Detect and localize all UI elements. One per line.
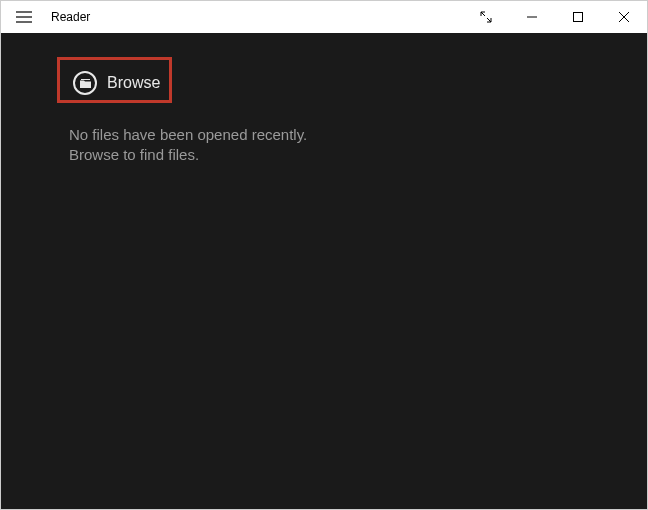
empty-state-line2: Browse to find files. [69, 145, 647, 165]
minimize-button[interactable] [509, 1, 555, 33]
hamburger-icon [16, 11, 32, 23]
window-controls [463, 1, 647, 33]
svg-rect-7 [81, 79, 90, 80]
app-title: Reader [51, 10, 90, 24]
main-content: Browse No files have been opened recentl… [1, 33, 647, 509]
maximize-icon [572, 11, 584, 23]
fullscreen-button[interactable] [463, 1, 509, 33]
empty-state-line1: No files have been opened recently. [69, 125, 647, 145]
empty-state-message: No files have been opened recently. Brow… [69, 125, 647, 166]
browse-label: Browse [107, 74, 160, 92]
close-button[interactable] [601, 1, 647, 33]
browse-button[interactable]: Browse [69, 63, 174, 103]
hamburger-menu-button[interactable] [1, 1, 47, 33]
maximize-button[interactable] [555, 1, 601, 33]
titlebar: Reader [1, 1, 647, 33]
svg-rect-4 [574, 13, 583, 22]
fullscreen-icon [480, 11, 492, 23]
folder-icon [73, 71, 97, 95]
close-icon [618, 11, 630, 23]
minimize-icon [526, 11, 538, 23]
